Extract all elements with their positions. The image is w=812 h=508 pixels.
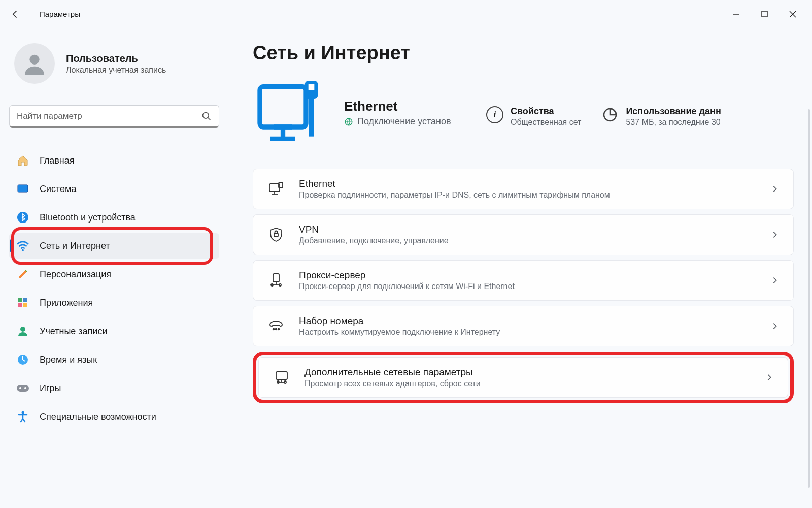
svg-rect-30 <box>269 184 280 192</box>
chevron-right-icon <box>771 185 779 193</box>
svg-rect-17 <box>17 385 29 392</box>
sidebar-item-label: Система <box>40 184 77 195</box>
wifi-icon <box>16 239 29 252</box>
properties-title: Свойства <box>511 106 581 117</box>
card-title: VPN <box>299 224 757 235</box>
chevron-right-icon <box>771 231 779 239</box>
computer-network-icon <box>273 370 290 385</box>
scrollbar[interactable] <box>808 109 810 488</box>
sidebar-item-gaming[interactable]: Игры <box>9 375 219 401</box>
svg-point-5 <box>203 112 209 118</box>
svg-point-10 <box>22 249 24 251</box>
svg-rect-26 <box>309 84 315 90</box>
page-title: Сеть и Интернет <box>253 42 794 64</box>
card-title: Дополнительные сетевые параметры <box>304 367 751 378</box>
card-title: Ethernet <box>299 178 757 189</box>
bluetooth-icon <box>16 211 29 224</box>
properties-sub: Общественная сет <box>511 118 581 127</box>
user-name: Пользователь <box>66 53 166 65</box>
chevron-right-icon <box>771 276 779 284</box>
svg-rect-7 <box>18 185 28 192</box>
svg-point-20 <box>22 411 24 414</box>
card-advanced-network[interactable]: Дополнительные сетевые параметры Просмот… <box>258 357 788 398</box>
sidebar-item-label: Специальные возможности <box>40 411 156 422</box>
network-status-primary[interactable]: Ethernet Подключение установ <box>344 99 466 127</box>
search-box[interactable] <box>9 105 219 128</box>
svg-rect-35 <box>274 233 278 237</box>
minimize-icon <box>732 11 739 18</box>
sidebar-item-personalize[interactable]: Персонализация <box>9 262 219 287</box>
sidebar-item-label: Учетные записи <box>40 326 107 337</box>
card-vpn[interactable]: VPN Добавление, подключение, управление <box>253 214 794 255</box>
card-dialup[interactable]: Набор номера Настроить коммутируемое под… <box>253 306 794 346</box>
card-desc: Настроить коммутируемое подключение к Ин… <box>299 328 757 337</box>
apps-icon <box>16 296 29 309</box>
sidebar-item-system[interactable]: Система <box>9 176 219 202</box>
card-title: Набор номера <box>299 315 757 327</box>
data-usage-tile[interactable]: Использование данн 537 МБ, за последние … <box>601 99 721 127</box>
back-button[interactable] <box>5 4 25 24</box>
network-status-row: Ethernet Подключение установ i Свойства … <box>253 77 794 148</box>
search-input[interactable] <box>17 111 201 121</box>
sidebar-item-accessibility[interactable]: Специальные возможности <box>9 404 219 429</box>
sidebar-item-accounts[interactable]: Учетные записи <box>9 319 219 344</box>
arrow-left-icon <box>10 9 20 19</box>
svg-rect-13 <box>18 303 22 307</box>
avatar <box>14 43 55 84</box>
network-name: Ethernet <box>344 99 466 114</box>
settings-cards: Ethernet Проверка подлинности, параметры… <box>253 169 794 403</box>
sidebar-item-label: Bluetooth и устройства <box>40 212 136 223</box>
clock-globe-icon <box>16 353 29 366</box>
card-ethernet[interactable]: Ethernet Проверка подлинности, параметры… <box>253 169 794 209</box>
close-button[interactable] <box>779 4 807 24</box>
card-desc: Проверка подлинности, параметры IP-и DNS… <box>299 190 757 200</box>
person-icon <box>23 52 46 75</box>
sidebar-item-label: Сеть и Интернет <box>40 241 110 251</box>
usage-title: Использование данн <box>626 106 721 117</box>
account-icon <box>16 325 29 338</box>
titlebar: Параметры <box>0 0 812 28</box>
svg-point-42 <box>276 329 277 330</box>
chevron-right-icon <box>771 322 779 330</box>
close-icon <box>789 11 796 18</box>
svg-point-43 <box>278 329 280 330</box>
svg-rect-11 <box>18 298 22 302</box>
paintbrush-icon <box>16 268 29 281</box>
minimize-button[interactable] <box>722 4 750 24</box>
sidebar-item-label: Приложения <box>40 298 93 308</box>
connection-status: Подключение установ <box>357 116 451 127</box>
sidebar-item-apps[interactable]: Приложения <box>9 290 219 315</box>
svg-rect-12 <box>23 298 27 302</box>
globe-icon <box>344 117 353 126</box>
svg-point-19 <box>24 387 26 389</box>
card-desc: Просмотр всех сетевых адаптеров, сброс с… <box>304 379 751 388</box>
svg-point-18 <box>19 387 21 389</box>
sidebar-item-label: Игры <box>40 383 61 394</box>
sidebar-item-home[interactable]: Главная <box>9 148 219 173</box>
sidebar-item-network[interactable]: Сеть и Интернет <box>9 233 219 259</box>
svg-rect-14 <box>23 303 27 307</box>
gamepad-icon <box>16 382 29 395</box>
window-controls <box>722 4 807 24</box>
svg-rect-44 <box>276 372 287 379</box>
card-proxy[interactable]: Прокси-сервер Прокси-сервер для подключе… <box>253 260 794 301</box>
card-desc: Прокси-сервер для подключений к сетям Wi… <box>299 282 757 291</box>
maximize-button[interactable] <box>750 4 779 24</box>
proxy-icon <box>267 273 285 288</box>
user-block[interactable]: Пользователь Локальная учетная запись <box>9 43 219 84</box>
svg-line-6 <box>208 117 211 120</box>
search-icon <box>201 111 212 121</box>
ethernet-icon <box>267 182 285 196</box>
nav-list: Главная Система Bluetooth и устройства С… <box>9 148 219 429</box>
sidebar-item-time[interactable]: Время и язык <box>9 347 219 372</box>
user-subtitle: Локальная учетная запись <box>66 66 166 75</box>
phone-icon <box>267 320 285 333</box>
monitor-icon <box>16 182 29 196</box>
card-title: Прокси-сервер <box>299 270 757 281</box>
main-panel: Сеть и Интернет Ethernet Подключение уст… <box>228 28 812 508</box>
chevron-right-icon <box>765 373 773 382</box>
sidebar-item-label: Персонализация <box>40 269 111 280</box>
properties-tile[interactable]: i Свойства Общественная сет <box>486 99 581 127</box>
ethernet-device-icon <box>253 77 324 148</box>
sidebar-item-bluetooth[interactable]: Bluetooth и устройства <box>9 205 219 230</box>
